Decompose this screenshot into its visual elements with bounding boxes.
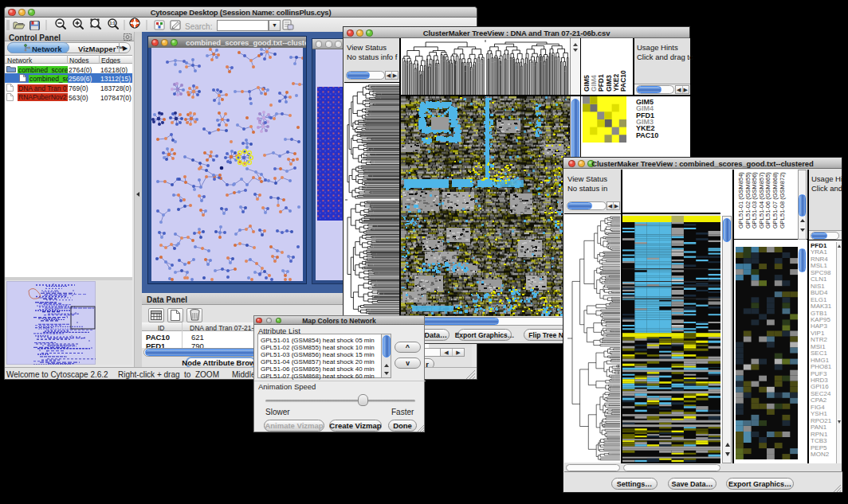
svg-text:1:1: 1:1 xyxy=(109,21,115,25)
